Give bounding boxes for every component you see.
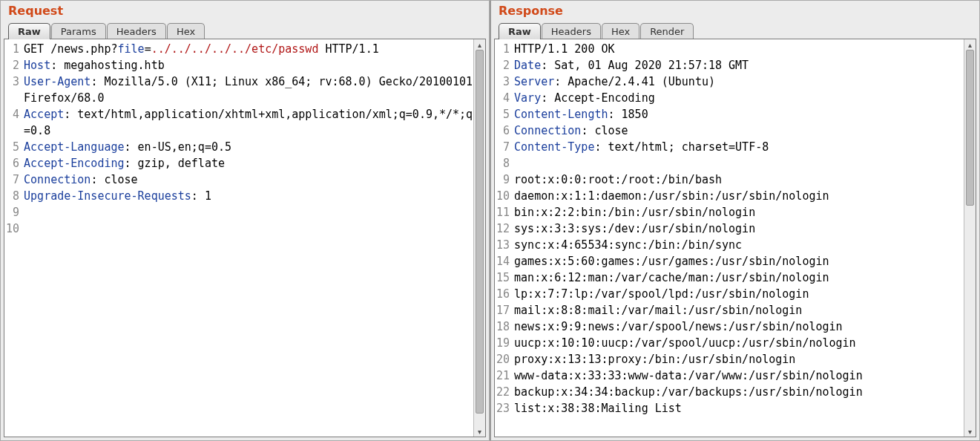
- scroll-thumb[interactable]: [476, 50, 484, 414]
- request-scrollbar[interactable]: ▴ ▾: [473, 39, 485, 437]
- request-editor[interactable]: 12345678910 GET /news.php?file=../../../…: [4, 39, 486, 437]
- response-scrollbar[interactable]: ▴ ▾: [964, 39, 976, 437]
- response-code[interactable]: HTTP/1.1 200 OKDate: Sat, 01 Aug 2020 21…: [513, 39, 964, 437]
- response-gutter: 1234567891011121314151617181920212223: [495, 39, 513, 437]
- request-gutter: 12345678910: [4, 39, 22, 437]
- response-tab-hex[interactable]: Hex: [602, 23, 639, 39]
- request-panel: Request RawParamsHeadersHex 12345678910 …: [0, 0, 490, 441]
- response-tab-headers[interactable]: Headers: [542, 23, 601, 39]
- request-code[interactable]: GET /news.php?file=../../../../../etc/pa…: [22, 39, 473, 437]
- scroll-down-icon[interactable]: ▾: [474, 426, 485, 437]
- request-tab-params[interactable]: Params: [51, 23, 106, 39]
- response-tab-raw[interactable]: Raw: [499, 23, 541, 39]
- scroll-down-icon[interactable]: ▾: [964, 426, 976, 437]
- scroll-up-icon[interactable]: ▴: [474, 39, 485, 50]
- response-title: Response: [491, 1, 979, 22]
- request-tab-raw[interactable]: Raw: [8, 23, 50, 39]
- app-container: Request RawParamsHeadersHex 12345678910 …: [0, 0, 980, 441]
- response-panel: Response RawHeadersHexRender 12345678910…: [490, 0, 980, 441]
- request-tab-headers[interactable]: Headers: [107, 23, 166, 39]
- scroll-thumb[interactable]: [966, 50, 974, 206]
- response-tab-render[interactable]: Render: [640, 23, 694, 39]
- response-editor[interactable]: 1234567891011121314151617181920212223 HT…: [494, 39, 976, 437]
- scroll-up-icon[interactable]: ▴: [964, 39, 976, 50]
- response-tab-row: RawHeadersHexRender: [491, 22, 979, 39]
- request-title: Request: [1, 1, 489, 22]
- request-tab-row: RawParamsHeadersHex: [1, 22, 489, 39]
- request-tab-hex[interactable]: Hex: [167, 23, 205, 39]
